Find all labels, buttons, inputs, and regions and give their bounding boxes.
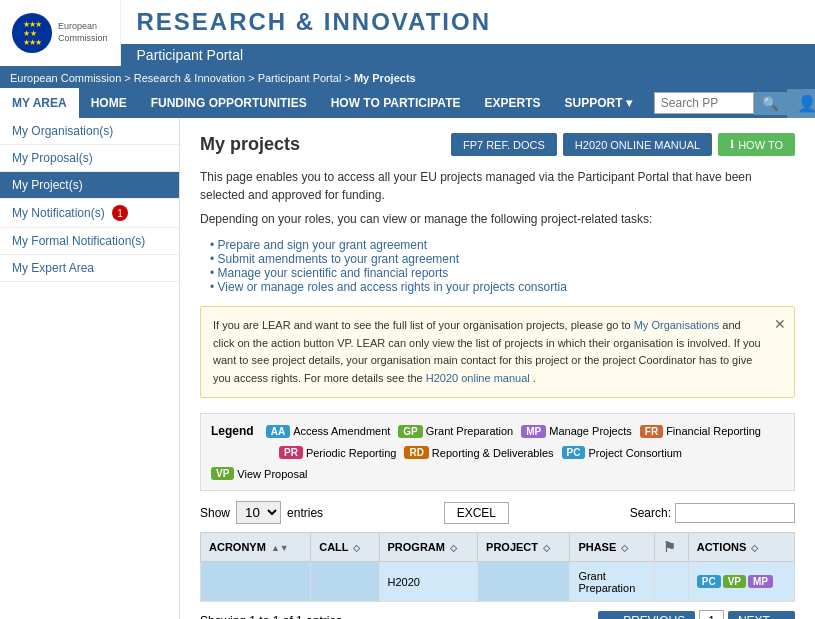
task-list: Prepare and sign your grant agreement Su… bbox=[200, 238, 795, 294]
col-flag: ⚑ bbox=[654, 533, 688, 562]
nav-tab-howto[interactable]: HOW TO PARTICIPATE bbox=[319, 88, 473, 118]
legend-item-aa: AA Access Amendment bbox=[266, 425, 391, 438]
legend-section: Legend AA Access Amendment GP Grant Prep… bbox=[200, 413, 795, 491]
nav-user-area: 👤 ▼ bbox=[787, 89, 815, 118]
flag-icon: ⚑ bbox=[663, 539, 676, 555]
tag-pc: PC bbox=[562, 446, 586, 459]
pagination-controls: ← PREVIOUS 1 NEXT → bbox=[598, 610, 795, 619]
col-call[interactable]: CALL ◇ bbox=[311, 533, 379, 562]
prev-button[interactable]: ← PREVIOUS bbox=[598, 611, 695, 619]
nav-tab-experts[interactable]: EXPERTS bbox=[472, 88, 552, 118]
legend-desc-mp: Manage Projects bbox=[549, 425, 632, 437]
search-input[interactable] bbox=[654, 92, 754, 114]
link-amendments[interactable]: Submit amendments to your grant agreemen… bbox=[218, 252, 459, 266]
nav-tab-my-area[interactable]: MY AREA bbox=[0, 88, 79, 118]
cell-project bbox=[478, 562, 570, 602]
action-buttons: FP7 REF. DOCS H2020 ONLINE MANUAL ℹ HOW … bbox=[451, 133, 795, 156]
excel-button[interactable]: EXCEL bbox=[444, 502, 509, 524]
h2020-manual-link[interactable]: H2020 online manual bbox=[426, 372, 530, 384]
nav-tab-funding[interactable]: FUNDING OPPORTUNITIES bbox=[139, 88, 319, 118]
nav-tab-home[interactable]: HOME bbox=[79, 88, 139, 118]
my-organisations-link[interactable]: My Organisations bbox=[634, 319, 720, 331]
sort-icon-project: ◇ bbox=[543, 543, 550, 553]
action-mp[interactable]: MP bbox=[748, 575, 773, 588]
next-button[interactable]: NEXT → bbox=[728, 611, 795, 619]
legend-desc-vp: View Proposal bbox=[237, 468, 307, 480]
action-pc[interactable]: PC bbox=[697, 575, 721, 588]
legend-desc-aa: Access Amendment bbox=[293, 425, 390, 437]
nav-tab-support[interactable]: SUPPORT ▾ bbox=[553, 88, 644, 118]
cell-acronym bbox=[201, 562, 311, 602]
eu-stars-icon: ★★★★ ★★★★ bbox=[12, 13, 52, 53]
legend-item-gp: GP Grant Preparation bbox=[398, 425, 513, 438]
list-item: View or manage roles and access rights i… bbox=[210, 280, 795, 294]
entries-select[interactable]: 10 25 50 bbox=[236, 501, 281, 524]
sort-icon-call: ◇ bbox=[353, 543, 360, 553]
user-icon[interactable]: 👤 bbox=[787, 89, 815, 118]
list-item: Prepare and sign your grant agreement bbox=[210, 238, 795, 252]
portal-title: RESEARCH & INNOVATION bbox=[121, 0, 815, 44]
legend-desc-fr: Financial Reporting bbox=[666, 425, 761, 437]
list-item: Manage your scientific and financial rep… bbox=[210, 266, 795, 280]
cell-actions: PC VP MP bbox=[688, 562, 794, 602]
main-layout: My Organisation(s) My Proposal(s) My Pro… bbox=[0, 118, 815, 619]
table-header: ACRONYM ▲▼ CALL ◇ PROGRAM ◇ PROJECT ◇ bbox=[201, 533, 795, 562]
commission-label: European Commission bbox=[58, 21, 108, 44]
tag-mp: MP bbox=[521, 425, 546, 438]
warning-text-end: . bbox=[533, 372, 536, 384]
legend-item-vp: VP View Proposal bbox=[211, 467, 307, 480]
table-body: H2020 GrantPreparation PC VP MP bbox=[201, 562, 795, 602]
sort-icon-actions: ◇ bbox=[751, 543, 758, 553]
action-vp[interactable]: VP bbox=[723, 575, 746, 588]
pagination-info: Showing 1 to 1 of 1 entries. bbox=[200, 614, 345, 619]
tag-fr: FR bbox=[640, 425, 663, 438]
sidebar-item-organisations[interactable]: My Organisation(s) bbox=[0, 118, 179, 145]
howto-button[interactable]: ℹ HOW TO bbox=[718, 133, 795, 156]
info-icon: ℹ bbox=[730, 138, 734, 151]
warning-close-button[interactable]: ✕ bbox=[774, 313, 786, 335]
table-search: Search: bbox=[630, 503, 795, 523]
sidebar-item-expert-area[interactable]: My Expert Area bbox=[0, 255, 179, 282]
action-tags: PC VP MP bbox=[697, 575, 786, 588]
link-reports[interactable]: Manage your scientific and financial rep… bbox=[218, 266, 449, 280]
legend-item-fr: FR Financial Reporting bbox=[640, 425, 761, 438]
table-search-input[interactable] bbox=[675, 503, 795, 523]
col-acronym[interactable]: ACRONYM ▲▼ bbox=[201, 533, 311, 562]
sidebar-item-formal-notifications[interactable]: My Formal Notification(s) bbox=[0, 228, 179, 255]
sidebar-item-notifications[interactable]: My Notification(s) 1 bbox=[0, 199, 179, 228]
sort-icon-phase: ◇ bbox=[621, 543, 628, 553]
col-program[interactable]: PROGRAM ◇ bbox=[379, 533, 478, 562]
col-actions[interactable]: ACTIONS ◇ bbox=[688, 533, 794, 562]
ec-header: ★★★★ ★★★★ European Commission RESEARCH &… bbox=[0, 0, 815, 68]
show-entries: Show 10 25 50 entries bbox=[200, 501, 323, 524]
warning-text-before: If you are LEAR and want to see the full… bbox=[213, 319, 634, 331]
sidebar-item-proposals[interactable]: My Proposal(s) bbox=[0, 145, 179, 172]
table-row: H2020 GrantPreparation PC VP MP bbox=[201, 562, 795, 602]
fp7-docs-button[interactable]: FP7 REF. DOCS bbox=[451, 133, 557, 156]
nav-search-area: 🔍 bbox=[654, 92, 787, 115]
legend-desc-pc: Project Consortium bbox=[588, 447, 682, 459]
sidebar-item-projects[interactable]: My Project(s) bbox=[0, 172, 179, 199]
show-label: Show bbox=[200, 506, 230, 520]
content-links: Prepare and sign your grant agreement Su… bbox=[200, 238, 795, 294]
legend-desc-pr: Periodic Reporting bbox=[306, 447, 397, 459]
col-phase[interactable]: PHASE ◇ bbox=[570, 533, 654, 562]
nav-bar: MY AREA HOME FUNDING OPPORTUNITIES HOW T… bbox=[0, 88, 815, 118]
cell-program: H2020 bbox=[379, 562, 478, 602]
cell-call bbox=[311, 562, 379, 602]
link-roles[interactable]: View or manage roles and access rights i… bbox=[218, 280, 567, 294]
col-project[interactable]: PROJECT ◇ bbox=[478, 533, 570, 562]
content-area: My projects FP7 REF. DOCS H2020 ONLINE M… bbox=[180, 118, 815, 619]
tag-aa: AA bbox=[266, 425, 290, 438]
search-button[interactable]: 🔍 bbox=[754, 92, 787, 115]
link-grant-agreement[interactable]: Prepare and sign your grant agreement bbox=[218, 238, 427, 252]
tag-rd: RD bbox=[404, 446, 428, 459]
h2020-manual-button[interactable]: H2020 ONLINE MANUAL bbox=[563, 133, 712, 156]
cell-flag bbox=[654, 562, 688, 602]
portal-subtitle: Participant Portal bbox=[121, 44, 815, 66]
pagination: Showing 1 to 1 of 1 entries. ← PREVIOUS … bbox=[200, 610, 795, 619]
tag-gp: GP bbox=[398, 425, 422, 438]
legend-item-rd: RD Reporting & Deliverables bbox=[404, 446, 553, 459]
breadcrumb: European Commission > Research & Innovat… bbox=[0, 68, 815, 88]
legend-item-pc: PC Project Consortium bbox=[562, 446, 682, 459]
